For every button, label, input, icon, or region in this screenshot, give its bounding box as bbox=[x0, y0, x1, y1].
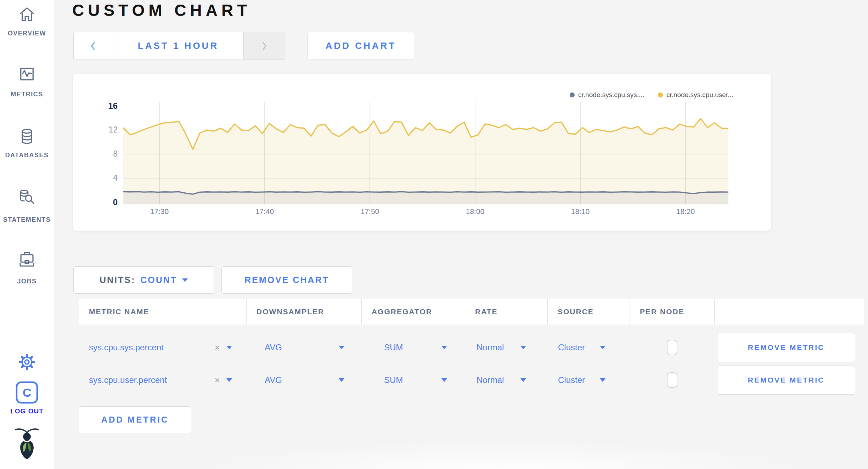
time-range-label[interactable]: LAST 1 HOUR bbox=[113, 32, 244, 60]
chevron-down-icon[interactable] bbox=[226, 346, 232, 349]
aggregator-dropdown[interactable]: SUM bbox=[361, 364, 465, 396]
y-axis-tick: 4 bbox=[73, 173, 118, 183]
metric-name-value[interactable]: sys.cpu.sys.percent bbox=[89, 343, 164, 352]
sidebar-item-metrics[interactable] bbox=[0, 66, 54, 84]
aggregator-value: SUM bbox=[384, 343, 403, 352]
svg-text:C: C bbox=[23, 386, 32, 399]
per-node-checkbox[interactable] bbox=[667, 372, 677, 388]
sidebar-item-databases[interactable] bbox=[0, 128, 54, 146]
home-icon bbox=[19, 6, 35, 23]
metrics-icon bbox=[19, 66, 35, 82]
database-icon bbox=[19, 128, 35, 145]
sidebar-label-statements[interactable]: STATEMENTS bbox=[0, 216, 54, 224]
units-label: UNITS: bbox=[100, 275, 135, 285]
clear-metric-icon[interactable]: × bbox=[215, 342, 220, 353]
y-axis-tick: 12 bbox=[73, 125, 118, 135]
rate-value: Normal bbox=[477, 375, 504, 385]
sidebar-settings[interactable] bbox=[0, 354, 54, 372]
units-value: COUNT bbox=[140, 275, 177, 285]
per-node-cell bbox=[630, 331, 714, 364]
x-axis-tick: 17:50 bbox=[345, 207, 395, 216]
add-chart-button[interactable]: ADD CHART bbox=[308, 32, 414, 60]
col-header-actions bbox=[714, 299, 864, 324]
cockroachdb-bug-logo bbox=[0, 427, 54, 461]
x-axis-tick: 17:40 bbox=[240, 207, 289, 216]
aggregator-value: SUM bbox=[384, 375, 403, 385]
sidebar-item-overview[interactable] bbox=[0, 6, 54, 24]
gear-icon bbox=[18, 354, 35, 371]
chevron-down-icon bbox=[520, 346, 526, 349]
aggregator-dropdown[interactable]: SUM bbox=[361, 331, 465, 364]
sidebar-label-databases[interactable]: DATABASES bbox=[0, 152, 54, 159]
chevron-down-icon bbox=[441, 346, 447, 349]
sidebar-item-jobs[interactable] bbox=[0, 251, 54, 269]
downsampler-value: AVG bbox=[265, 343, 282, 352]
col-header-rate: RATE bbox=[465, 299, 547, 324]
actions-cell: REMOVE METRIC bbox=[714, 331, 864, 364]
sidebar-label-metrics[interactable]: METRICS bbox=[0, 91, 54, 98]
chevron-down-icon[interactable] bbox=[226, 378, 232, 382]
y-axis-tick: 8 bbox=[73, 149, 118, 159]
bottom-sheen bbox=[54, 443, 868, 469]
col-header-downsampler: DOWNSAMPLER bbox=[246, 299, 361, 324]
time-range-prev-button[interactable] bbox=[74, 32, 113, 60]
chevron-left-icon bbox=[90, 42, 96, 50]
actions-cell: REMOVE METRIC bbox=[714, 364, 864, 396]
remove-chart-button[interactable]: REMOVE CHART bbox=[221, 266, 352, 294]
chevron-down-icon bbox=[600, 346, 605, 349]
x-axis-tick: 17:30 bbox=[135, 207, 184, 216]
y-axis-tick: 16 bbox=[73, 101, 118, 111]
time-range-next-button[interactable] bbox=[244, 32, 285, 60]
metric-name-value[interactable]: sys.cpu.user.percent bbox=[89, 375, 167, 385]
source-dropdown[interactable]: Cluster bbox=[547, 364, 630, 396]
x-axis-tick: 18:10 bbox=[556, 207, 605, 216]
units-dropdown[interactable]: UNITS: COUNT bbox=[73, 266, 214, 294]
downsampler-dropdown[interactable]: AVG bbox=[246, 331, 361, 364]
x-axis-tick: 18:00 bbox=[450, 207, 500, 216]
rate-value: Normal bbox=[477, 343, 504, 352]
jobs-icon bbox=[18, 251, 35, 268]
metrics-table: METRIC NAME DOWNSAMPLER AGGREGATOR RATE … bbox=[79, 299, 864, 396]
source-dropdown[interactable]: Cluster bbox=[547, 331, 630, 364]
sidebar-logout[interactable]: C bbox=[0, 381, 54, 405]
remove-metric-button[interactable]: REMOVE METRIC bbox=[717, 333, 855, 362]
chevron-right-icon bbox=[261, 42, 267, 50]
downsampler-value: AVG bbox=[265, 375, 282, 385]
chevron-down-icon bbox=[600, 378, 605, 382]
source-value: Cluster bbox=[558, 343, 585, 352]
add-metric-button[interactable]: ADD METRIC bbox=[79, 406, 191, 433]
chevron-down-icon bbox=[339, 346, 344, 349]
chevron-down-icon bbox=[441, 378, 447, 382]
cockroach-c-icon: C bbox=[16, 381, 38, 404]
clear-metric-icon[interactable]: × bbox=[215, 375, 220, 386]
x-axis-tick: 18:20 bbox=[661, 207, 710, 216]
sidebar: OVERVIEW METRICS DATABASES bbox=[0, 0, 54, 469]
sidebar-label-jobs[interactable]: JOBS bbox=[0, 278, 54, 285]
custom-chart-page: OVERVIEW METRICS DATABASES bbox=[0, 0, 868, 469]
chevron-down-icon bbox=[182, 278, 188, 282]
per-node-cell bbox=[630, 364, 714, 396]
statements-icon bbox=[18, 189, 36, 207]
source-value: Cluster bbox=[558, 375, 585, 385]
col-header-per-node: PER NODE bbox=[630, 299, 714, 324]
page-title: CUSTOM CHART bbox=[72, 1, 251, 20]
chevron-down-icon bbox=[339, 378, 344, 382]
per-node-checkbox[interactable] bbox=[667, 340, 677, 355]
chart-card: cr.node.sys.cpu.sys.... cr.node.sys.cpu.… bbox=[73, 74, 771, 231]
sidebar-label-overview[interactable]: OVERVIEW bbox=[0, 30, 54, 37]
logout-label[interactable]: LOG OUT bbox=[0, 407, 54, 415]
chevron-down-icon bbox=[520, 378, 526, 382]
y-axis-tick: 0 bbox=[73, 197, 118, 207]
sidebar-item-statements[interactable] bbox=[0, 189, 54, 208]
table-row-metric-name[interactable]: sys.cpu.sys.percent × bbox=[79, 331, 246, 364]
chart-axis-labels: 048121617:3017:4017:5018:0018:1018:20 bbox=[73, 74, 771, 231]
time-range-selector: LAST 1 HOUR bbox=[73, 32, 285, 60]
col-header-source: SOURCE bbox=[547, 299, 630, 324]
col-header-aggregator: AGGREGATOR bbox=[361, 299, 465, 324]
remove-metric-button[interactable]: REMOVE METRIC bbox=[717, 366, 855, 395]
downsampler-dropdown[interactable]: AVG bbox=[246, 364, 361, 396]
rate-dropdown[interactable]: Normal bbox=[465, 364, 547, 396]
table-row-metric-name[interactable]: sys.cpu.user.percent × bbox=[79, 364, 246, 396]
rate-dropdown[interactable]: Normal bbox=[465, 331, 547, 364]
col-header-metric-name: METRIC NAME bbox=[79, 299, 246, 324]
